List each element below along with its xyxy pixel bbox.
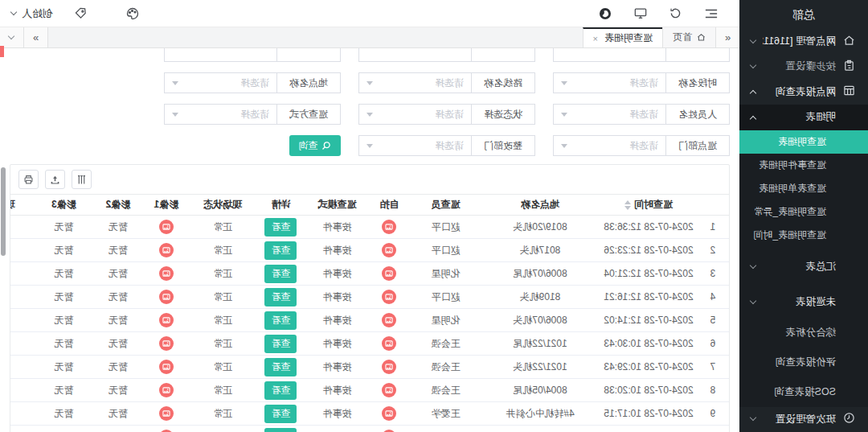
palette-icon[interactable] <box>121 0 145 27</box>
tabbar-spacer <box>48 27 583 47</box>
cell-person: 王会强 <box>411 356 480 379</box>
cell-index: 2 <box>697 239 729 262</box>
rectify-dept-select[interactable]: 请选择 <box>358 135 472 156</box>
route-name-select[interactable]: 请选择 <box>358 72 472 93</box>
cell-sign-in: 暂无 <box>10 286 34 309</box>
tabs-menu-button[interactable] <box>0 27 24 47</box>
sidebar-item-step-settings[interactable]: 按步骤设置 <box>739 54 868 79</box>
export-button[interactable] <box>45 170 65 189</box>
selfie-photo-icon[interactable] <box>383 243 397 257</box>
cell-time: 2024-07-28 12:36:38 <box>600 216 697 239</box>
scene-photo-icon[interactable] <box>159 313 174 327</box>
cell-mode: 按事件 <box>307 216 367 239</box>
chevron-down-icon <box>750 36 756 43</box>
view-button[interactable]: 查看 <box>265 311 297 330</box>
sidebar-item-site-management[interactable]: 网点管理 [1161120] <box>739 29 868 54</box>
scene-photo-icon[interactable] <box>159 266 174 281</box>
scene-photo-icon[interactable] <box>159 290 174 304</box>
cell-status: 正常 <box>190 309 255 332</box>
sidebar-item-analysis[interactable]: 综合分析表 <box>739 318 868 348</box>
cell-selfie <box>367 402 411 426</box>
selfie-photo-icon[interactable] <box>383 406 397 421</box>
user-menu[interactable]: 创始人 <box>11 6 53 21</box>
sort-icon[interactable] <box>624 200 631 210</box>
scene-photo-icon[interactable] <box>159 383 174 397</box>
tabs-scroll-left-button[interactable]: « <box>715 27 739 47</box>
home-icon <box>843 35 855 49</box>
close-icon[interactable]: × <box>593 34 598 43</box>
view-button[interactable]: 查看 <box>265 335 297 353</box>
scene-photo-icon[interactable] <box>159 336 174 351</box>
patrol-dept-select[interactable]: 请选择 <box>553 135 666 156</box>
view-button[interactable]: 查看 <box>265 218 297 237</box>
tab-label: 巡查明细表 <box>604 31 653 45</box>
sidebar-item-evaluation-query[interactable]: 评价报表查询 <box>739 348 868 377</box>
view-button[interactable]: 查看 <box>265 241 297 260</box>
scene-photo-icon[interactable] <box>159 406 174 421</box>
col-place: 地点名称 <box>480 195 600 216</box>
sidebar-group-detail-reports[interactable]: 明细表 <box>739 105 868 130</box>
selfie-photo-icon[interactable] <box>383 266 397 281</box>
period-name-select[interactable]: 请选择 <box>553 72 666 93</box>
monitor-icon[interactable] <box>628 0 653 27</box>
selfie-photo-icon[interactable] <box>383 220 397 234</box>
cell-place: 8019/20机头 <box>480 216 600 239</box>
place-name-select[interactable]: 请选择 <box>164 72 277 93</box>
refresh-icon[interactable] <box>664 0 688 27</box>
person-name-select[interactable]: 请选择 <box>553 104 666 125</box>
sidebar-item-event-detail[interactable]: 巡查事件明细表 <box>739 154 868 177</box>
selfie-photo-icon[interactable] <box>383 383 397 397</box>
column-settings-button[interactable] <box>72 170 92 189</box>
cell-time: 2024-07-28 12:14:02 <box>600 309 697 332</box>
cell-image2: 暂无 <box>94 426 142 432</box>
table-header-row: 巡查时间 地点名称 巡查员 自拍 巡查模式 详情 现场状态 影像1 影像2 影像… <box>10 195 729 216</box>
field-label: 巡点部门 <box>665 135 730 156</box>
collapse-menu-icon[interactable] <box>699 0 723 27</box>
cell-image3: 暂无 <box>34 426 94 432</box>
sidebar-submenu: 明细表 巡查明细表 巡查事件明细表 巡查表单明细表 巡查明细表_异常 巡查明细表… <box>739 105 868 407</box>
view-button[interactable]: 查看 <box>265 265 297 283</box>
col-index <box>697 195 729 216</box>
tab-patrol-detail[interactable]: 巡查明细表 × <box>583 27 662 47</box>
tab-home[interactable]: 首页 <box>662 27 715 47</box>
cell-person: 赵口平 <box>411 216 480 239</box>
sidebar-item-sos-query[interactable]: SOS报表查询 <box>739 377 868 407</box>
selfie-photo-icon[interactable] <box>383 313 397 327</box>
scene-photo-icon[interactable] <box>159 360 174 374</box>
sidebar-item-patrol-detail[interactable]: 巡查明细表 <box>739 130 868 154</box>
selfie-photo-icon[interactable] <box>383 290 397 304</box>
sidebar-item-abnormal-detail[interactable]: 巡查明细表_异常 <box>739 200 868 224</box>
view-button[interactable]: 查看 <box>265 288 297 307</box>
sidebar-item-label: 按步骤设置 <box>763 60 836 73</box>
dark-mode-icon[interactable] <box>593 0 617 27</box>
tabs-scroll-right-button[interactable]: » <box>24 27 48 47</box>
sidebar-item-report-query[interactable]: 网点报表查询 <box>739 80 868 105</box>
vertical-scrollbar[interactable] <box>1 167 6 256</box>
cell-selfie <box>367 332 411 356</box>
sidebar-item-time-detail[interactable]: 巡查明细表_时间 <box>739 224 868 247</box>
view-button[interactable]: 查看 <box>265 405 297 423</box>
scene-photo-icon[interactable] <box>159 243 174 257</box>
scene-photo-icon[interactable] <box>159 220 174 234</box>
col-patrol-time[interactable]: 巡查时间 <box>600 195 697 216</box>
filter-field-status: 状态选择 请选择 <box>358 104 535 125</box>
view-button[interactable]: 查看 <box>265 381 297 400</box>
patrol-mode-select[interactable]: 请选择 <box>164 104 277 125</box>
sidebar-item-form-detail[interactable]: 巡查表单明细表 <box>739 177 868 200</box>
sidebar-group-missed-patrol[interactable]: 未巡报表 <box>739 287 868 318</box>
search-button[interactable]: 查询 <box>289 135 341 156</box>
selfie-photo-icon[interactable] <box>383 360 397 374</box>
cell-sign-in: 暂无 <box>10 379 34 402</box>
selfie-photo-icon[interactable] <box>383 336 397 351</box>
cell-sign-in: 暂无 <box>10 426 34 432</box>
print-button[interactable] <box>18 170 39 189</box>
tag-icon[interactable] <box>69 0 93 27</box>
cell-status: 正常 <box>190 332 255 356</box>
cell-image1 <box>142 332 190 356</box>
sidebar-item-shift-settings[interactable]: 班次管理设置 <box>739 407 868 432</box>
status-select[interactable]: 请选择 <box>358 104 472 125</box>
view-button[interactable]: 查看 <box>265 358 297 376</box>
sidebar-group-summary[interactable]: 汇总表 <box>739 252 868 282</box>
chevron-down-icon <box>172 81 178 85</box>
view-button[interactable]: 查看 <box>265 428 297 432</box>
